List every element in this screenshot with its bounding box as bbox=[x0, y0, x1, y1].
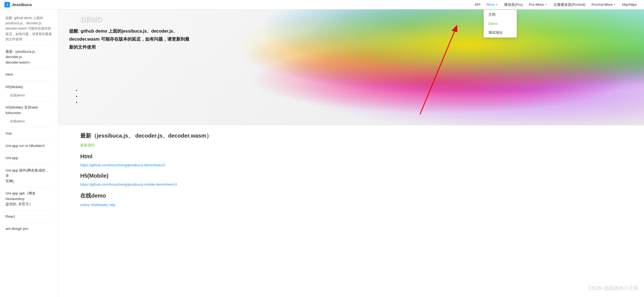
sidebar-latest[interactable]: 最新（jessibuca.js、decoder.js、decoder.wasm） bbox=[0, 47, 58, 67]
section-demo-title: 在线demo bbox=[80, 192, 622, 199]
demo-title: DEMO bbox=[80, 15, 102, 23]
nav-provod-more-label: ProVod-More bbox=[591, 2, 613, 7]
sidebar-divider-6 bbox=[6, 140, 52, 140]
hero-section: DEMO 提醒: github demo 上面的jessibuca.js、dec… bbox=[58, 9, 644, 125]
sidebar-notice[interactable]: 提醒: github demo 上面的 jessibuca.js、decoder… bbox=[0, 14, 58, 44]
sidebar-divider-10 bbox=[6, 210, 52, 211]
sidebar-h5mobile[interactable]: H5(Mobile) bbox=[0, 83, 58, 91]
content-sections: 最新（jessibuca.js、 decoder.js、decoder.wasm… bbox=[58, 125, 644, 219]
section-demo: 在线demo online H5(Mobile) http bbox=[80, 192, 622, 207]
more-dropdown-menu: 文档 Demo 测试地址 bbox=[484, 10, 517, 38]
sidebar-divider-2 bbox=[6, 68, 52, 69]
nav-provod[interactable]: 点播播放器(ProVod) bbox=[551, 1, 588, 8]
sidebar-vue[interactable]: Vue bbox=[0, 129, 58, 138]
section-h5mobile: H5(Mobile) https://github.com/bosscheng/… bbox=[80, 173, 622, 186]
section-latest-title: 最新（jessibuca.js、 decoder.js、decoder.wasm… bbox=[80, 132, 622, 140]
chevron-down-icon-3: ▼ bbox=[614, 3, 616, 6]
sidebar-divider-11 bbox=[6, 222, 52, 223]
nav-player-pro[interactable]: 播放器(Pro) bbox=[501, 1, 526, 8]
sidebar-divider-9 bbox=[6, 187, 52, 187]
sidebar-uniapp-hbuilderx[interactable]: Uni-app run in hBuilderX bbox=[0, 141, 58, 150]
layout: 提醒: github demo 上面的 jessibuca.js、decoder… bbox=[0, 9, 644, 297]
section-h5mobile-title: H5(Mobile) bbox=[80, 173, 622, 179]
dropdown-test-url[interactable]: 测试地址 bbox=[484, 28, 517, 37]
more-dropdown-container: More ▼ 文档 Demo 测试地址 bbox=[484, 1, 501, 8]
sidebar-uniapp-apk[interactable]: Uni-app apk（网友hexiaoisboy提供的, 非官方） bbox=[0, 189, 58, 209]
section-html-link[interactable]: https://github.com/bosscheng/jessibuca-d… bbox=[80, 163, 622, 167]
section-latest: 最新（jessibuca.js、 decoder.js、decoder.wasm… bbox=[80, 132, 622, 148]
hero-background bbox=[58, 9, 644, 125]
nav-api[interactable]: API bbox=[472, 1, 483, 8]
section-latest-link[interactable]: 最新源码 bbox=[80, 143, 622, 148]
chevron-down-icon-2: ▼ bbox=[545, 3, 547, 6]
dropdown-docs[interactable]: 文档 bbox=[484, 10, 517, 19]
nav-more-label: More bbox=[486, 2, 495, 7]
sidebar-divider-3 bbox=[6, 81, 52, 81]
hero-bullets bbox=[75, 88, 80, 106]
nav-more[interactable]: More ▼ bbox=[484, 1, 501, 8]
sidebar-divider-5 bbox=[6, 127, 52, 127]
hero-title: DEMO bbox=[80, 15, 102, 23]
sidebar-h5mobile-demo[interactable]: 在线demo bbox=[0, 91, 58, 99]
sidebar-divider-7 bbox=[6, 152, 52, 152]
sidebar-react[interactable]: React bbox=[0, 212, 58, 221]
main-content: DEMO 提醒: github demo 上面的jessibuca.js、dec… bbox=[58, 9, 644, 297]
sidebar-ant-design-pro[interactable]: ant design pro bbox=[0, 224, 58, 233]
section-html-title: Html bbox=[80, 153, 622, 160]
sidebar-divider-8 bbox=[6, 164, 52, 164]
section-demo-link[interactable]: online H5(Mobile) http bbox=[80, 203, 622, 207]
sidebar-uniapp-plugin[interactable]: Uni-app 插件(网友集成的，非官网) bbox=[0, 166, 58, 186]
sidebar-h5mobile-fullscreen[interactable]: H5(Mobile) 支持webfullscreen bbox=[0, 103, 58, 117]
brand[interactable]: J Jessibuca bbox=[4, 2, 32, 7]
sidebar-divider-1 bbox=[6, 45, 52, 46]
nav-http-https[interactable]: http/https bbox=[619, 1, 640, 8]
sidebar-uniapp[interactable]: Uni-app bbox=[0, 154, 58, 162]
sidebar-html[interactable]: Html bbox=[0, 70, 58, 79]
brand-icon: J bbox=[4, 2, 10, 7]
brand-name: Jessibuca bbox=[12, 2, 32, 7]
sidebar: 提醒: github demo 上面的 jessibuca.js、decoder… bbox=[0, 9, 58, 297]
chevron-down-icon: ▼ bbox=[496, 3, 498, 6]
sidebar-divider-4 bbox=[6, 101, 52, 101]
nav-pro-more-label: Pro-More bbox=[529, 2, 544, 7]
dropdown-demo[interactable]: Demo bbox=[484, 19, 517, 28]
section-h5mobile-link[interactable]: https://github.com/bosscheng/jessibuca-m… bbox=[80, 182, 622, 186]
navbar-links: API More ▼ 文档 Demo 测试地址 播放器(Pro) Pro-Mor… bbox=[472, 1, 640, 8]
navbar: J Jessibuca API More ▼ 文档 Demo 测试地址 播放器(… bbox=[0, 0, 644, 9]
sidebar-h5mobile-fullscreen-demo[interactable]: 在线demo bbox=[0, 117, 58, 125]
section-html: Html https://github.com/bosscheng/jessib… bbox=[80, 153, 622, 167]
nav-provod-more[interactable]: ProVod-More ▼ bbox=[589, 1, 619, 8]
nav-pro-more[interactable]: Pro-More ▼ bbox=[526, 1, 550, 8]
